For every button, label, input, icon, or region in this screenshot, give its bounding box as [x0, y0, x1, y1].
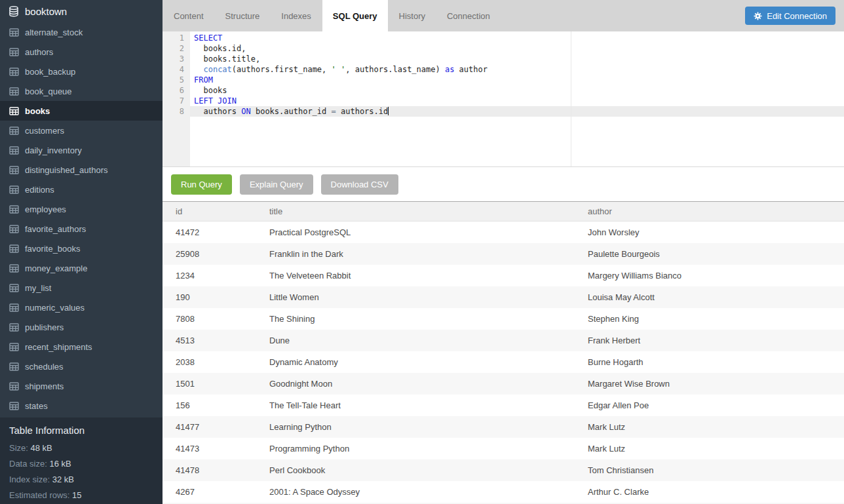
cell-title: Programming Python: [256, 444, 575, 454]
database-name: booktown: [25, 6, 67, 17]
sidebar-database-header[interactable]: booktown: [0, 0, 163, 22]
sidebar-item-label: numeric_values: [25, 303, 85, 313]
sidebar-item-label: books: [25, 106, 50, 116]
sidebar-item-favorite_authors[interactable]: favorite_authors: [0, 219, 163, 239]
tab-structure[interactable]: Structure: [215, 0, 271, 31]
tab-sql-query[interactable]: SQL Query: [322, 0, 388, 31]
sidebar-item-authors[interactable]: authors: [0, 42, 163, 62]
code-line-1: SELECT: [194, 33, 844, 43]
table-icon: [9, 185, 19, 194]
table-row[interactable]: 1234The Velveteen RabbitMargery Williams…: [163, 265, 844, 286]
cell-author: Mark Lutz: [575, 444, 844, 454]
table-row[interactable]: 41477Learning PythonMark Lutz: [163, 416, 844, 438]
cell-author: Margery Williams Bianco: [575, 271, 844, 281]
sidebar-item-label: employees: [25, 204, 66, 214]
table-row[interactable]: 1501Goodnight MoonMargaret Wise Brown: [163, 373, 844, 395]
code-line-2: books.id,: [194, 43, 844, 54]
table-row[interactable]: 7808The ShiningStephen King: [163, 308, 844, 330]
table-icon: [9, 107, 19, 115]
database-icon: [9, 6, 19, 17]
table-icon: [9, 382, 19, 391]
cell-title: 2001: A Space Odyssey: [256, 487, 575, 497]
sidebar-item-label: states: [25, 401, 48, 411]
cell-title: Perl Cookbook: [256, 465, 575, 475]
table-row[interactable]: 190Little WomenLouisa May Alcott: [163, 286, 844, 308]
sidebar-item-daily_inventory[interactable]: daily_inventory: [0, 140, 163, 160]
cell-author: Frank Herbert: [575, 336, 844, 345]
table-info-value: 48 kB: [31, 443, 52, 453]
table-icon: [9, 343, 19, 351]
table-row[interactable]: 4513DuneFrank Herbert: [163, 330, 844, 351]
sidebar-item-shipments[interactable]: shipments: [0, 376, 163, 396]
cell-id: 2038: [163, 357, 256, 367]
sidebar-item-recent_shipments[interactable]: recent_shipments: [0, 337, 163, 357]
sidebar-item-alternate_stock[interactable]: alternate_stock: [0, 22, 163, 42]
table-info-label: Estimated rows:: [9, 490, 72, 500]
tab-history[interactable]: History: [389, 0, 436, 31]
sidebar-item-label: money_example: [25, 263, 87, 273]
table-row[interactable]: 2038Dynamic AnatomyBurne Hogarth: [163, 351, 844, 373]
table-icon: [9, 68, 19, 76]
table-info-value: 16 kB: [49, 459, 71, 469]
table-row[interactable]: 41478Perl CookbookTom Christiansen: [163, 459, 844, 481]
sql-editor[interactable]: 12345678 SELECT books.id, books.title, c…: [163, 31, 844, 167]
line-number: 5: [163, 75, 190, 85]
download-csv-button[interactable]: Download CSV: [321, 174, 398, 195]
sidebar-item-employees[interactable]: employees: [0, 199, 163, 219]
sidebar-item-schedules[interactable]: schedules: [0, 357, 163, 376]
sidebar-item-money_example[interactable]: money_example: [0, 258, 163, 278]
query-results-table[interactable]: idtitleauthor 41472Practical PostgreSQLJ…: [163, 201, 844, 504]
cell-id: 7808: [163, 314, 256, 324]
sidebar-item-label: daily_inventory: [25, 145, 82, 155]
explain-query-button[interactable]: Explain Query: [240, 174, 313, 195]
code-line-5: FROM: [194, 75, 844, 85]
table-info-label: Data size:: [9, 459, 49, 469]
tab-content[interactable]: Content: [163, 0, 214, 31]
tab-connection[interactable]: Connection: [436, 0, 501, 31]
cell-title: The Shining: [256, 314, 575, 324]
sidebar-item-editions[interactable]: editions: [0, 180, 163, 199]
run-query-button[interactable]: Run Query: [171, 174, 232, 195]
table-icon: [9, 166, 19, 174]
table-row[interactable]: 25908Franklin in the DarkPaulette Bourge…: [163, 243, 844, 265]
table-row[interactable]: 156The Tell-Tale HeartEdgar Allen Poe: [163, 395, 844, 416]
sidebar-item-my_list[interactable]: my_list: [0, 278, 163, 298]
sidebar-item-book_queue[interactable]: book_queue: [0, 81, 163, 101]
sidebar-item-label: authors: [25, 47, 53, 57]
table-info-label: Size:: [9, 443, 31, 453]
sidebar-item-distinguished_authors[interactable]: distinguished_authors: [0, 160, 163, 180]
sidebar: booktown alternate_stock authors book_ba…: [0, 0, 163, 504]
sidebar-item-book_backup[interactable]: book_backup: [0, 62, 163, 81]
table-information-rows: Size: 48 kBData size: 16 kBIndex size: 3…: [9, 440, 163, 503]
sidebar-item-publishers[interactable]: publishers: [0, 317, 163, 337]
line-number: 6: [163, 85, 190, 96]
sidebar-item-books[interactable]: books: [0, 101, 163, 121]
cell-id: 25908: [163, 249, 256, 259]
table-icon: [9, 205, 19, 214]
cell-author: John Worsley: [575, 227, 844, 237]
table-row[interactable]: 42672001: A Space OdysseyArthur C. Clark…: [163, 481, 844, 503]
sidebar-item-numeric_values[interactable]: numeric_values: [0, 298, 163, 317]
code-line-6: books: [194, 85, 844, 96]
main-panel: ContentStructureIndexesSQL QueryHistoryC…: [163, 0, 844, 504]
editor-code-area[interactable]: SELECT books.id, books.title, concat(aut…: [194, 33, 844, 117]
sidebar-item-favorite_books[interactable]: favorite_books: [0, 239, 163, 258]
edit-connection-button[interactable]: Edit Connection: [745, 7, 835, 25]
tab-bar: ContentStructureIndexesSQL QueryHistoryC…: [163, 0, 844, 31]
cell-author: Stephen King: [575, 314, 844, 324]
cell-author: Burne Hogarth: [575, 357, 844, 367]
tab-indexes[interactable]: Indexes: [271, 0, 322, 31]
cell-id: 41472: [163, 227, 256, 237]
results-header-row: idtitleauthor: [163, 201, 844, 222]
cell-title: Franklin in the Dark: [256, 249, 575, 259]
table-row[interactable]: 41472Practical PostgreSQLJohn Worsley: [163, 222, 844, 243]
sidebar-item-label: book_queue: [25, 87, 72, 96]
cell-title: Goodnight Moon: [256, 379, 575, 389]
cell-author: Louisa May Alcott: [575, 292, 844, 302]
sidebar-item-states[interactable]: states: [0, 396, 163, 416]
table-icon: [9, 323, 19, 332]
sidebar-item-customers[interactable]: customers: [0, 121, 163, 140]
code-line-7: LEFT JOIN: [194, 96, 844, 106]
column-header-id: id: [163, 206, 256, 216]
table-row[interactable]: 41473Programming PythonMark Lutz: [163, 438, 844, 459]
